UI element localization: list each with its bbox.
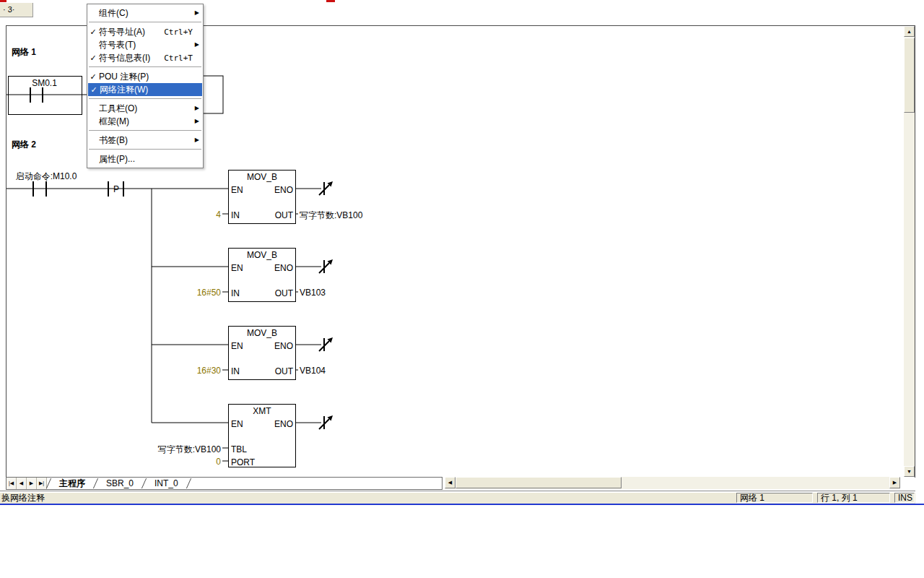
- status-cursor-panel: 行 1, 列 1: [817, 493, 890, 503]
- toolbar-fragment[interactable]: · 3·: [0, 3, 33, 17]
- check-icon: ✓: [87, 27, 99, 37]
- box-title: MOV_B: [229, 250, 295, 260]
- menu-item-toolbars[interactable]: 工具栏(O) ▶: [87, 102, 203, 115]
- scroll-right-button[interactable]: ▶: [889, 477, 900, 488]
- xmt-box[interactable]: XMT EN ENO TBL PORT: [228, 404, 296, 467]
- menu-item-frame[interactable]: 框架(M) ▶: [87, 115, 203, 128]
- contact-start-command[interactable]: [33, 181, 46, 197]
- operand-out-value-3[interactable]: VB104: [300, 366, 326, 376]
- arrow-down-icon: ▼: [907, 469, 912, 474]
- window-bottom-border: [0, 504, 924, 505]
- box-tbl-label: TBL: [231, 444, 247, 454]
- arrow-right-icon: ▶: [893, 480, 897, 485]
- box-port-label: PORT: [231, 457, 255, 467]
- menu-item-symbol-info-table[interactable]: ✓ 符号信息表(I) Ctrl+T: [87, 51, 203, 64]
- box-eno-label: ENO: [274, 263, 293, 273]
- operand-in-value-1[interactable]: 4: [178, 210, 221, 220]
- open-wire-arrow-icon: [319, 181, 333, 195]
- box-out-label: OUT: [275, 210, 293, 220]
- nav-prev-icon: ◀: [19, 480, 23, 486]
- tab-nav-first-button[interactable]: |◀: [6, 478, 17, 489]
- open-wire-arrow-icon: [319, 337, 333, 351]
- box-eno-label: ENO: [274, 341, 293, 351]
- operand-port-value[interactable]: 0: [178, 457, 221, 467]
- operand-tbl-value[interactable]: 写字节数:VB100: [149, 444, 221, 456]
- tab-label: 主程序: [59, 478, 85, 490]
- arrow-up-icon: ▲: [907, 29, 912, 34]
- menu-item-components[interactable]: 组件(C) ▶: [87, 7, 203, 20]
- toolbar-fragment-text: · 3·: [3, 5, 15, 14]
- menu-separator: [87, 96, 203, 102]
- submenu-arrow-icon: ▶: [195, 137, 199, 143]
- scroll-down-button[interactable]: ▼: [904, 466, 915, 477]
- open-wire-arrow-icon: [319, 415, 333, 429]
- box-en-label: EN: [231, 341, 243, 351]
- view-dropdown-menu: 组件(C) ▶ ✓ 符号寻址(A) Ctrl+Y 符号表(T) ▶ ✓ 符号信息…: [87, 4, 204, 168]
- contact-label-sm01: SM0.1: [8, 78, 81, 88]
- tab-main-program[interactable]: 主程序: [51, 478, 94, 489]
- mov-b-box-2[interactable]: MOV_B EN ENO IN OUT: [228, 248, 296, 302]
- status-insert-mode-panel: INS: [894, 493, 915, 503]
- horizontal-scrollbar-thumb[interactable]: [456, 477, 622, 488]
- menu-item-symbolic-addressing[interactable]: ✓ 符号寻址(A) Ctrl+Y: [87, 25, 203, 38]
- status-bar: 换网络注释 网络 1 行 1, 列 1 INS: [0, 493, 915, 504]
- operand-out-value-2[interactable]: VB103: [300, 288, 326, 298]
- menu-item-properties[interactable]: 属性(P)...: [87, 152, 203, 165]
- arrow-left-icon: ◀: [448, 480, 452, 485]
- app-screen: · 3·: [0, 0, 924, 578]
- menu-separator: [87, 147, 203, 152]
- box-in-label: IN: [231, 366, 240, 376]
- menu-shortcut: Ctrl+T: [164, 53, 193, 63]
- box-out-label: OUT: [275, 366, 293, 376]
- vertical-scrollbar-thumb[interactable]: [904, 38, 915, 113]
- mov-b-box-1[interactable]: MOV_B EN ENO IN OUT: [228, 170, 296, 224]
- tab-int0[interactable]: INT_0: [146, 478, 187, 489]
- network1-label: 网络 1: [12, 46, 36, 59]
- operand-in-value-2[interactable]: 16#50: [178, 288, 221, 298]
- check-icon: ✓: [87, 53, 99, 63]
- status-message: 换网络注释: [1, 493, 45, 504]
- operand-in-value-3[interactable]: 16#30: [178, 366, 221, 376]
- mov-b-box-3[interactable]: MOV_B EN ENO IN OUT: [228, 326, 296, 380]
- vertical-scrollbar[interactable]: ▲ ▼: [904, 26, 915, 477]
- editor-border-left: [6, 25, 6, 478]
- menu-item-symbol-table[interactable]: 符号表(T) ▶: [87, 38, 203, 51]
- box-eno-label: ENO: [274, 185, 293, 195]
- menu-item-network-comments[interactable]: ✓ 网络注释(W): [88, 83, 202, 96]
- red-mark: [0, 0, 6, 2]
- menu-item-pou-comments[interactable]: ✓ POU 注释(P): [87, 70, 203, 83]
- tab-label: INT_0: [154, 478, 178, 488]
- scroll-left-button[interactable]: ◀: [445, 477, 456, 488]
- box-en-label: EN: [231, 263, 243, 273]
- box-title: MOV_B: [229, 172, 295, 182]
- box-in-label: IN: [231, 288, 240, 298]
- box-in-label: IN: [231, 210, 240, 220]
- pulse-contact-label: P: [108, 184, 124, 194]
- check-icon: ✓: [88, 85, 100, 95]
- nav-last-icon: ▶|: [39, 480, 44, 486]
- red-mark: [326, 0, 335, 2]
- status-network-panel: 网络 1: [736, 493, 813, 503]
- menu-item-bookmarks[interactable]: 书签(B) ▶: [87, 134, 203, 147]
- tab-sbr0[interactable]: SBR_0: [97, 478, 142, 489]
- box-eno-label: ENO: [274, 419, 293, 429]
- submenu-arrow-icon: ▶: [195, 10, 199, 16]
- submenu-arrow-icon: ▶: [195, 42, 199, 48]
- menu-separator: [87, 20, 203, 25]
- pou-tab-bar: |◀ ◀ ▶ ▶| 主程序 SBR_0 INT_0: [6, 477, 443, 490]
- operand-out-value-1[interactable]: 写字节数:VB100: [300, 210, 362, 222]
- tab-nav-prev-button[interactable]: ◀: [17, 478, 27, 489]
- open-wire-arrow-icon: [319, 259, 333, 273]
- box-out-label: OUT: [275, 288, 293, 298]
- submenu-arrow-icon: ▶: [195, 118, 199, 124]
- tab-label: SBR_0: [106, 478, 134, 488]
- nav-first-icon: |◀: [9, 480, 14, 486]
- tab-nav-last-button[interactable]: ▶|: [37, 478, 47, 489]
- statusbar-divider: [0, 491, 915, 491]
- contact-label-start-command: 启动命令:M10.0: [6, 171, 87, 183]
- horizontal-scrollbar[interactable]: ◀ ▶: [445, 477, 900, 489]
- box-title: MOV_B: [229, 328, 295, 338]
- tab-nav-next-button[interactable]: ▶: [27, 478, 37, 489]
- box-en-label: EN: [231, 185, 243, 195]
- scroll-up-button[interactable]: ▲: [904, 26, 915, 37]
